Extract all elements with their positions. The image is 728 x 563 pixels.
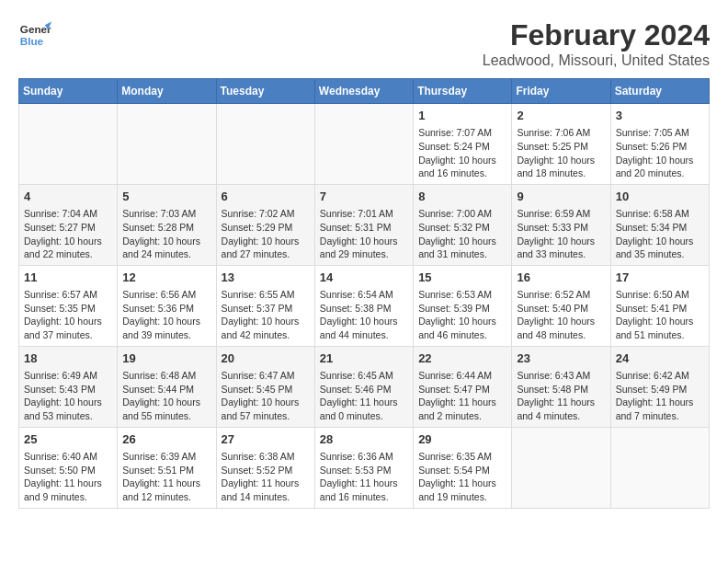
day-number: 25 [24,431,112,448]
day-info: Sunset: 5:53 PM [320,464,408,477]
calendar-cell: 27Sunrise: 6:38 AMSunset: 5:52 PMDayligh… [216,427,314,508]
day-info: Sunrise: 6:52 AM [517,288,605,302]
day-number: 15 [418,270,506,286]
day-number: 6 [222,189,310,205]
day-info: Sunset: 5:33 PM [517,221,605,235]
day-info: Daylight: 11 hours [418,396,506,409]
day-info: Daylight: 11 hours [222,477,310,490]
weekday-header-wednesday: Wednesday [314,79,413,104]
day-number: 4 [24,189,112,205]
day-info: Sunrise: 6:59 AM [517,207,605,221]
calendar-cell: 24Sunrise: 6:42 AMSunset: 5:49 PMDayligh… [610,346,709,427]
weekday-header-thursday: Thursday [414,79,512,104]
day-info: Daylight: 10 hours [122,315,210,328]
day-number: 2 [517,108,605,124]
day-info: Sunrise: 6:39 AM [122,450,210,464]
day-number: 14 [320,270,408,286]
day-info: Sunset: 5:38 PM [320,302,408,316]
day-info: Sunrise: 7:01 AM [320,207,408,221]
day-info: and 2 minutes. [418,409,506,423]
calendar-cell: 6Sunrise: 7:02 AMSunset: 5:29 PMDaylight… [216,184,314,265]
calendar-cell [512,427,610,508]
calendar-cell: 8Sunrise: 7:00 AMSunset: 5:32 PMDaylight… [414,184,512,265]
calendar-cell: 28Sunrise: 6:36 AMSunset: 5:53 PMDayligh… [314,427,413,508]
day-info: Daylight: 10 hours [517,154,605,167]
day-number: 10 [616,189,704,205]
calendar-cell: 9Sunrise: 6:59 AMSunset: 5:33 PMDaylight… [512,184,610,265]
day-info: Sunset: 5:51 PM [122,464,210,477]
day-info: and 12 minutes. [122,490,210,504]
weekday-header-saturday: Saturday [610,79,709,104]
day-info: Sunset: 5:41 PM [616,302,704,316]
day-number: 29 [418,431,506,448]
day-info: Daylight: 10 hours [517,315,605,328]
day-info: Sunrise: 6:45 AM [320,369,408,383]
day-info: Sunrise: 6:55 AM [222,288,310,302]
day-info: Sunset: 5:54 PM [418,464,506,477]
logo: General Blue [18,18,51,52]
day-number: 22 [418,350,506,367]
week-row-1: 1Sunrise: 7:07 AMSunset: 5:24 PMDaylight… [19,104,710,185]
day-info: Daylight: 11 hours [418,477,506,490]
day-number: 26 [122,431,210,448]
day-info: Sunset: 5:37 PM [222,302,310,316]
day-info: Daylight: 11 hours [616,396,704,409]
calendar-cell: 29Sunrise: 6:35 AMSunset: 5:54 PMDayligh… [414,427,512,508]
day-info: and 33 minutes. [517,247,605,261]
calendar-cell [19,104,118,185]
calendar-cell: 23Sunrise: 6:43 AMSunset: 5:48 PMDayligh… [512,346,610,427]
day-info: Sunrise: 6:54 AM [320,288,408,302]
day-info: Sunrise: 6:57 AM [24,288,112,302]
day-info: Sunset: 5:31 PM [320,221,408,235]
day-info: and 20 minutes. [616,167,704,180]
week-row-2: 4Sunrise: 7:04 AMSunset: 5:27 PMDaylight… [19,184,710,265]
day-info: Daylight: 10 hours [418,154,506,167]
calendar-cell: 25Sunrise: 6:40 AMSunset: 5:50 PMDayligh… [19,427,118,508]
day-number: 1 [418,108,506,124]
day-info: Sunrise: 7:02 AM [222,207,310,221]
day-info: Sunset: 5:32 PM [418,221,506,235]
day-number: 20 [222,350,310,367]
day-info: Sunrise: 6:42 AM [616,369,704,383]
day-info: Sunset: 5:24 PM [418,140,506,154]
day-info: and 16 minutes. [320,490,408,504]
day-info: Sunrise: 7:05 AM [616,126,704,140]
day-number: 18 [24,350,112,367]
day-info: Daylight: 10 hours [616,154,704,167]
day-info: Daylight: 10 hours [418,315,506,328]
day-info: Sunset: 5:45 PM [222,383,310,396]
calendar-cell: 5Sunrise: 7:03 AMSunset: 5:28 PMDaylight… [118,184,216,265]
day-info: Sunrise: 7:03 AM [122,207,210,221]
day-info: Sunset: 5:26 PM [616,140,704,154]
day-info: Sunrise: 6:53 AM [418,288,506,302]
day-info: and 31 minutes. [418,247,506,261]
day-info: and 48 minutes. [517,328,605,342]
day-info: Daylight: 10 hours [222,315,310,328]
day-info: and 46 minutes. [418,328,506,342]
day-info: and 55 minutes. [122,409,210,423]
calendar-cell: 11Sunrise: 6:57 AMSunset: 5:35 PMDayligh… [19,265,118,346]
day-info: Sunrise: 6:38 AM [222,450,310,464]
calendar-cell [216,104,314,185]
day-info: Sunrise: 7:04 AM [24,207,112,221]
week-row-4: 18Sunrise: 6:49 AMSunset: 5:43 PMDayligh… [19,346,710,427]
day-info: Daylight: 11 hours [517,396,605,409]
calendar-cell: 10Sunrise: 6:58 AMSunset: 5:34 PMDayligh… [610,184,709,265]
day-info: Daylight: 10 hours [616,315,704,328]
day-info: and 4 minutes. [517,409,605,423]
weekday-header-row: SundayMondayTuesdayWednesdayThursdayFrid… [19,79,710,104]
day-info: Sunrise: 6:50 AM [616,288,704,302]
day-info: Sunrise: 7:07 AM [418,126,506,140]
day-info: Sunset: 5:52 PM [222,464,310,477]
day-info: Daylight: 10 hours [320,235,408,248]
calendar-cell: 17Sunrise: 6:50 AMSunset: 5:41 PMDayligh… [610,265,709,346]
calendar-cell: 12Sunrise: 6:56 AMSunset: 5:36 PMDayligh… [118,265,216,346]
day-info: and 22 minutes. [24,247,112,261]
calendar-cell: 14Sunrise: 6:54 AMSunset: 5:38 PMDayligh… [314,265,413,346]
day-info: and 24 minutes. [122,247,210,261]
weekday-header-sunday: Sunday [19,79,118,104]
day-info: Daylight: 11 hours [320,396,408,409]
calendar-cell: 4Sunrise: 7:04 AMSunset: 5:27 PMDaylight… [19,184,118,265]
calendar-cell: 19Sunrise: 6:48 AMSunset: 5:44 PMDayligh… [118,346,216,427]
calendar-cell: 22Sunrise: 6:44 AMSunset: 5:47 PMDayligh… [414,346,512,427]
